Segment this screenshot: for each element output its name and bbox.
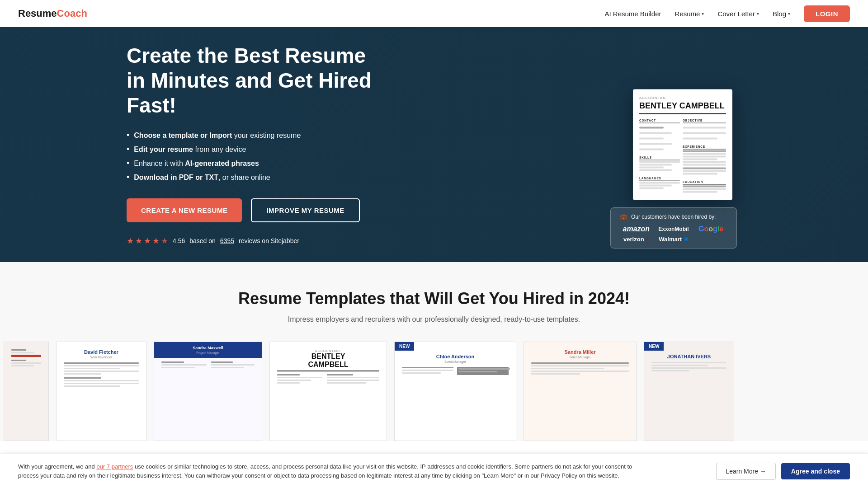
chevron-down-icon: ▾	[788, 11, 790, 16]
amazon-logo: amazon	[623, 225, 650, 233]
hero-title: Create the Best Resume in Minutes and Ge…	[127, 43, 389, 118]
template-4-name: BENTLEYCAMPBELL	[277, 352, 379, 371]
resume-card-body: CONTACT SKILLS LANGUAGES	[639, 118, 726, 193]
cookie-text: With your agreement, we and our 7 partne…	[18, 462, 651, 480]
create-resume-button[interactable]: CREATE A NEW RESUME	[127, 198, 242, 222]
resume-person-name: BENTLEY CAMPBELL	[639, 102, 726, 114]
cookie-actions: Learn More → Agree and close	[716, 463, 850, 480]
template-card-2[interactable]: David Fletcher Web Developer	[56, 342, 146, 441]
hero-cta: CREATE A NEW RESUME IMPROVE MY RESUME	[127, 198, 389, 222]
template-6-name: Sandra Miller	[531, 349, 629, 355]
hero-bullet-3: Enhance it with AI-generated phrases	[127, 159, 389, 168]
resume-preview-card: ACCOUNTANT BENTLEY CAMPBELL CONTACT SKIL…	[633, 89, 732, 200]
hired-logos: amazon ExxonMobil Google verizon✓ Walmar…	[620, 225, 727, 243]
templates-subtitle: Impress employers and recruiters with ou…	[0, 315, 868, 324]
hired-by-title: 💼 Our customers have been hired by:	[620, 213, 727, 221]
nav-blog[interactable]: Blog ▾	[773, 10, 790, 18]
logo-coach: Coach	[57, 8, 87, 19]
star-1: ★	[127, 236, 134, 246]
exxonmobil-logo: ExxonMobil	[658, 226, 689, 232]
rating-count-link[interactable]: 6355	[220, 237, 234, 244]
nav-links: AI Resume Builder Resume ▾ Cover Letter …	[605, 5, 850, 22]
template-7-name: JONATHAN IVERS	[651, 354, 726, 359]
template-card-7[interactable]: NEW JONATHAN IVERS	[644, 342, 734, 441]
template-2-title: Web Developer	[64, 356, 139, 359]
rating-score: 4.56	[173, 237, 185, 244]
resume-col-left: CONTACT SKILLS LANGUAGES	[639, 118, 680, 193]
partners-link[interactable]: our 7 partners	[96, 463, 133, 470]
hero-bullet-1: Choose a template or Import your existin…	[127, 131, 389, 140]
template-5-name: Chloe Anderson	[402, 354, 509, 359]
template-card-3[interactable]: Sandra Maxwell Project Manager	[154, 342, 262, 441]
templates-carousel: David Fletcher Web Developer Sandra	[0, 342, 868, 441]
hero-bullet-2: Edit your resume from any device	[127, 145, 389, 154]
rating-suffix: reviews on Sitejabber	[239, 237, 299, 244]
chevron-down-icon: ▾	[757, 11, 759, 16]
logo[interactable]: ResumeCoach	[18, 8, 87, 19]
template-7-badge: NEW	[644, 342, 664, 351]
hero-bullets: Choose a template or Import your existin…	[127, 131, 389, 182]
hired-by-box: 💼 Our customers have been hired by: amaz…	[610, 207, 737, 249]
cookie-banner: With your agreement, we and our 7 partne…	[0, 454, 868, 488]
google-logo: Google	[698, 225, 723, 233]
improve-resume-button[interactable]: IMPROVE MY RESUME	[251, 198, 359, 222]
chevron-down-icon: ▾	[702, 11, 704, 16]
star-3: ★	[144, 236, 151, 246]
template-2-name: David Fletcher	[64, 349, 139, 355]
rating-text: based on	[189, 237, 216, 244]
resume-col-right: OBJECTIVE EXPERIENCE EDUCAT	[683, 118, 726, 193]
nav-ai-builder[interactable]: AI Resume Builder	[605, 10, 661, 18]
verizon-logo: verizon✓	[623, 236, 649, 243]
hero-section: Create the Best Resume in Minutes and Ge…	[0, 27, 868, 262]
agree-close-button[interactable]: Agree and close	[781, 463, 850, 479]
walmart-logo: Walmart ✸	[659, 236, 688, 243]
template-card-5[interactable]: NEW Chloe Anderson Event Manager	[394, 342, 516, 441]
hero-content: Create the Best Resume in Minutes and Ge…	[0, 43, 389, 246]
template-card-6[interactable]: Sandra Miller Sales Manager	[524, 342, 637, 441]
star-5: ★	[161, 236, 168, 246]
star-2: ★	[135, 236, 142, 246]
navbar: ResumeCoach AI Resume Builder Resume ▾ C…	[0, 0, 868, 27]
template-card-1[interactable]	[4, 342, 49, 441]
nav-cover-letter[interactable]: Cover Letter ▾	[717, 10, 759, 18]
star-4: ★	[152, 236, 160, 246]
logo-resume: Resume	[18, 8, 57, 19]
briefcase-icon: 💼	[620, 213, 627, 221]
hero-bullet-4: Download in PDF or TXT, or share online	[127, 173, 389, 182]
template-5-badge: NEW	[395, 342, 414, 351]
learn-more-button[interactable]: Learn More →	[716, 463, 775, 480]
resume-job-title: ACCOUNTANT	[639, 96, 726, 100]
template-card-4[interactable]: ACCOUNTANT BENTLEYCAMPBELL	[269, 342, 387, 441]
nav-resume[interactable]: Resume ▾	[675, 10, 704, 18]
templates-section: Resume Templates that Will Get You Hired…	[0, 262, 868, 441]
rating-row: ★ ★ ★ ★ ★ 4.56 based on 6355 reviews on …	[127, 236, 389, 246]
templates-title: Resume Templates that Will Get You Hired…	[0, 289, 868, 308]
star-rating: ★ ★ ★ ★ ★	[127, 236, 168, 246]
login-button[interactable]: LOGIN	[804, 5, 850, 22]
